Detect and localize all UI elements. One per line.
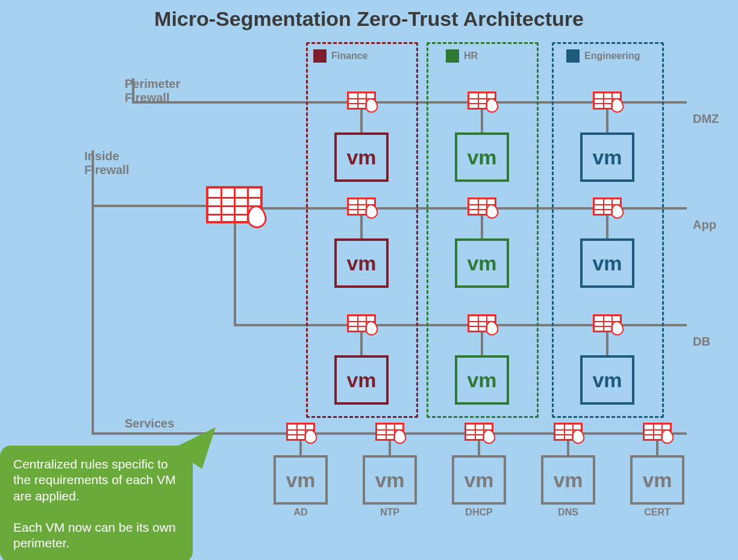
firewall-icon xyxy=(554,423,583,441)
firewall-icon xyxy=(593,198,622,216)
legend-finance: Finance xyxy=(331,51,367,61)
vm-service-dhcp: vm xyxy=(452,455,506,505)
label-inside-firewall: InsideFirewall xyxy=(84,149,129,177)
firewall-icon xyxy=(593,314,622,332)
service-label-ad: AD xyxy=(274,507,328,518)
row-label-dmz: DMZ xyxy=(693,112,719,126)
service-label-dhcp: DHCP xyxy=(452,507,506,518)
vm-hr-app: vm xyxy=(455,238,509,288)
vm-service-ad: vm xyxy=(274,455,328,505)
firewall-icon xyxy=(643,423,672,441)
row-label-db: DB xyxy=(693,335,710,349)
swatch-finance xyxy=(313,49,327,63)
vm-hr-db: vm xyxy=(455,355,509,405)
firewall-icon xyxy=(286,423,315,441)
line xyxy=(92,205,206,207)
firewall-icon xyxy=(468,314,496,332)
firewall-icon xyxy=(468,92,496,110)
firewall-icon xyxy=(464,423,493,441)
vm-eng-dmz: vm xyxy=(580,132,634,182)
vm-finance-dmz: vm xyxy=(334,132,389,182)
legend-hr: HR xyxy=(464,51,478,61)
service-label-dns: DNS xyxy=(541,507,595,518)
vm-eng-app: vm xyxy=(580,238,634,288)
legend-engineering: Engineering xyxy=(584,51,640,61)
label-services: Services xyxy=(125,417,174,431)
row-label-app: App xyxy=(693,218,716,232)
firewall-icon xyxy=(347,314,376,332)
service-label-cert: CERT xyxy=(630,507,684,518)
swatch-engineering xyxy=(566,49,580,63)
firewall-icon xyxy=(375,423,404,441)
firewall-icon xyxy=(468,198,496,216)
firewall-icon xyxy=(347,92,376,110)
diagram-canvas: Micro-Segmentation Zero-Trust Architectu… xyxy=(0,0,738,560)
swatch-hr xyxy=(446,49,459,63)
firewall-icon xyxy=(347,198,376,216)
label-perimeter-firewall: PerimeterFirewall xyxy=(125,77,180,105)
vm-finance-app: vm xyxy=(334,238,389,288)
vm-finance-db: vm xyxy=(334,355,389,405)
line xyxy=(92,151,94,435)
vm-service-cert: vm xyxy=(630,455,684,505)
callout-bubble: Centralized rules specific to the requir… xyxy=(0,446,193,560)
vm-eng-db: vm xyxy=(580,355,634,405)
vm-hr-dmz: vm xyxy=(455,132,509,182)
service-label-ntp: NTP xyxy=(363,507,417,518)
vm-service-ntp: vm xyxy=(363,455,417,505)
firewall-icon-inside xyxy=(206,186,263,223)
firewall-icon xyxy=(593,92,622,110)
diagram-title: Micro-Segmentation Zero-Trust Architectu… xyxy=(0,7,738,31)
vm-service-dns: vm xyxy=(541,455,595,505)
callout-text-1: Centralized rules specific to the requir… xyxy=(13,456,180,504)
callout-text-2: Each VM now can be its own perimeter. xyxy=(13,520,180,552)
